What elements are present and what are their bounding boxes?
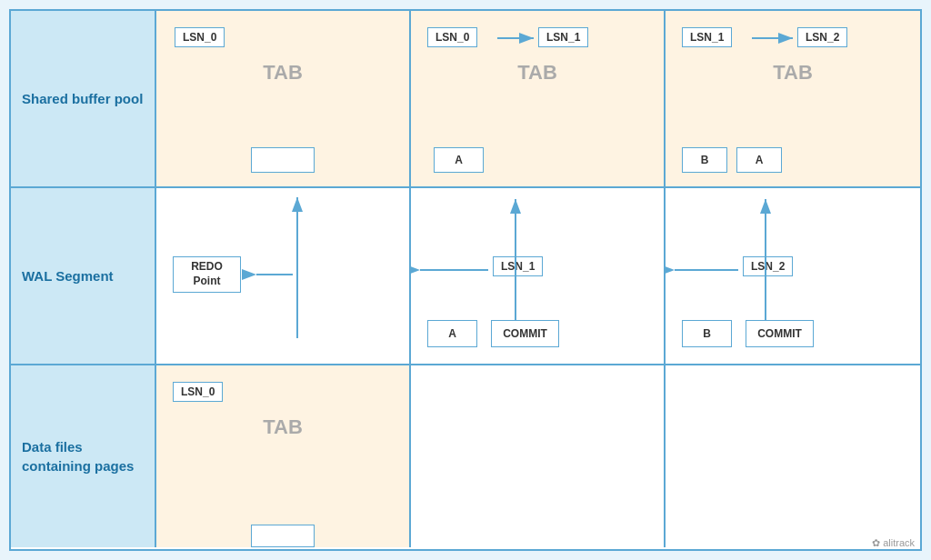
lsn1-box-wal2: LSN_1 — [493, 256, 543, 276]
a-box-sbp3: A — [736, 147, 782, 173]
df-cell-1: LSN_0 TAB — [156, 365, 411, 547]
lsn2-box-wal3: LSN_2 — [743, 256, 793, 276]
df-cell-2 — [411, 365, 666, 547]
wal-cell-3: LSN_2 — [666, 188, 920, 365]
tab-label-df1: TAB — [156, 415, 409, 439]
watermark: ✿ alitrack — [872, 537, 915, 549]
commit-box-wal3: COMMIT — [746, 320, 814, 347]
lsn0-box-sbp2: LSN_0 — [427, 27, 477, 47]
lsn0-box-df1: LSN_0 — [173, 382, 223, 402]
lsn1-box-sbp2: LSN_1 — [538, 27, 588, 47]
df-cell-3 — [666, 365, 920, 547]
tab-label-sbp3: TAB — [666, 61, 920, 85]
small-box-sbp1 — [251, 147, 315, 173]
row-label-wal: WAL Segment — [11, 188, 156, 365]
commit-box-wal2: COMMIT — [491, 320, 559, 347]
b-box-wal3: B — [682, 320, 732, 347]
redo-point-box: REDOPoint — [173, 256, 241, 293]
diagram-container: Shared buffer pool LSN_0 TAB — [0, 0, 931, 560]
lsn0-box-sbp1: LSN_0 — [175, 27, 225, 47]
a-box-sbp2: A — [434, 147, 484, 173]
sbp-cell-3: LSN_1 LSN_2 TAB — [666, 11, 920, 188]
small-box-df1 — [251, 525, 315, 547]
a-box-wal2: A — [427, 320, 477, 347]
main-grid: Shared buffer pool LSN_0 TAB — [9, 9, 922, 551]
tab-label-sbp1: TAB — [156, 61, 409, 85]
row-label-sbp: Shared buffer pool — [11, 11, 156, 188]
sbp-cell-2: LSN_0 LSN_1 TAB — [411, 11, 666, 188]
b-box-sbp3: B — [682, 147, 727, 173]
tab-label-sbp2: TAB — [411, 61, 664, 85]
row-label-df: Data files containing pages — [11, 365, 156, 547]
lsn2-box-sbp3: LSN_2 — [797, 27, 847, 47]
lsn1-box-sbp3: LSN_1 — [682, 27, 732, 47]
wal-cell-2: LSN_1 — [411, 188, 666, 365]
wal-cell-1: REDOPoint — [156, 188, 411, 365]
sbp-cell-1: LSN_0 TAB — [156, 11, 411, 188]
